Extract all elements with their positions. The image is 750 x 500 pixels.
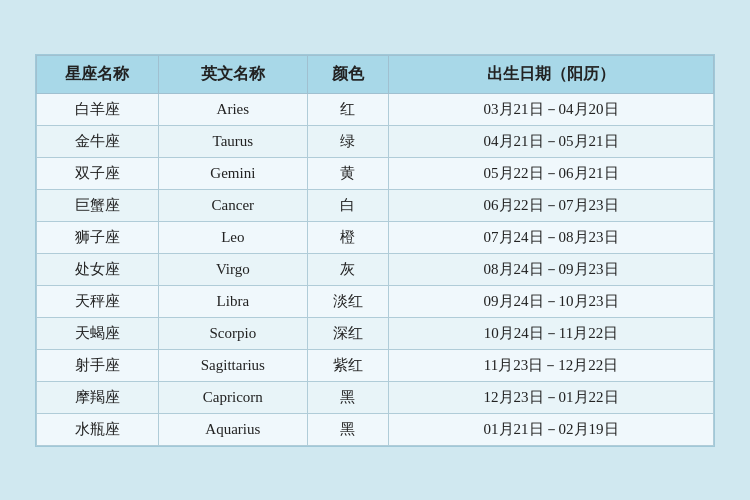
cell-english: Aquarius [158, 413, 307, 445]
zodiac-table-container: 星座名称 英文名称 颜色 出生日期（阳历） 白羊座Aries红03月21日－04… [35, 54, 715, 447]
cell-chinese: 白羊座 [37, 93, 159, 125]
header-color: 颜色 [307, 55, 388, 93]
cell-color: 黄 [307, 157, 388, 189]
table-row: 金牛座Taurus绿04月21日－05月21日 [37, 125, 714, 157]
zodiac-table: 星座名称 英文名称 颜色 出生日期（阳历） 白羊座Aries红03月21日－04… [36, 55, 714, 446]
header-english: 英文名称 [158, 55, 307, 93]
cell-date: 04月21日－05月21日 [389, 125, 714, 157]
cell-date: 09月24日－10月23日 [389, 285, 714, 317]
cell-chinese: 处女座 [37, 253, 159, 285]
table-row: 天秤座Libra淡红09月24日－10月23日 [37, 285, 714, 317]
cell-chinese: 双子座 [37, 157, 159, 189]
table-row: 天蝎座Scorpio深红10月24日－11月22日 [37, 317, 714, 349]
cell-english: Libra [158, 285, 307, 317]
cell-chinese: 水瓶座 [37, 413, 159, 445]
cell-color: 橙 [307, 221, 388, 253]
table-row: 白羊座Aries红03月21日－04月20日 [37, 93, 714, 125]
cell-chinese: 巨蟹座 [37, 189, 159, 221]
cell-date: 01月21日－02月19日 [389, 413, 714, 445]
cell-date: 12月23日－01月22日 [389, 381, 714, 413]
cell-english: Cancer [158, 189, 307, 221]
cell-chinese: 金牛座 [37, 125, 159, 157]
cell-date: 05月22日－06月21日 [389, 157, 714, 189]
cell-date: 03月21日－04月20日 [389, 93, 714, 125]
table-row: 摩羯座Capricorn黑12月23日－01月22日 [37, 381, 714, 413]
cell-color: 深红 [307, 317, 388, 349]
cell-english: Sagittarius [158, 349, 307, 381]
cell-english: Taurus [158, 125, 307, 157]
cell-english: Scorpio [158, 317, 307, 349]
cell-english: Leo [158, 221, 307, 253]
cell-english: Aries [158, 93, 307, 125]
cell-color: 红 [307, 93, 388, 125]
table-row: 狮子座Leo橙07月24日－08月23日 [37, 221, 714, 253]
cell-english: Capricorn [158, 381, 307, 413]
header-date: 出生日期（阳历） [389, 55, 714, 93]
cell-chinese: 摩羯座 [37, 381, 159, 413]
cell-english: Virgo [158, 253, 307, 285]
cell-color: 白 [307, 189, 388, 221]
cell-color: 黑 [307, 413, 388, 445]
header-chinese: 星座名称 [37, 55, 159, 93]
cell-color: 淡红 [307, 285, 388, 317]
cell-date: 07月24日－08月23日 [389, 221, 714, 253]
cell-color: 灰 [307, 253, 388, 285]
cell-chinese: 天蝎座 [37, 317, 159, 349]
cell-date: 11月23日－12月22日 [389, 349, 714, 381]
cell-color: 紫红 [307, 349, 388, 381]
cell-date: 10月24日－11月22日 [389, 317, 714, 349]
cell-chinese: 射手座 [37, 349, 159, 381]
table-header-row: 星座名称 英文名称 颜色 出生日期（阳历） [37, 55, 714, 93]
table-row: 巨蟹座Cancer白06月22日－07月23日 [37, 189, 714, 221]
table-row: 处女座Virgo灰08月24日－09月23日 [37, 253, 714, 285]
cell-date: 08月24日－09月23日 [389, 253, 714, 285]
cell-color: 绿 [307, 125, 388, 157]
table-row: 射手座Sagittarius紫红11月23日－12月22日 [37, 349, 714, 381]
cell-color: 黑 [307, 381, 388, 413]
cell-chinese: 天秤座 [37, 285, 159, 317]
table-row: 双子座Gemini黄05月22日－06月21日 [37, 157, 714, 189]
cell-date: 06月22日－07月23日 [389, 189, 714, 221]
cell-chinese: 狮子座 [37, 221, 159, 253]
cell-english: Gemini [158, 157, 307, 189]
table-row: 水瓶座Aquarius黑01月21日－02月19日 [37, 413, 714, 445]
